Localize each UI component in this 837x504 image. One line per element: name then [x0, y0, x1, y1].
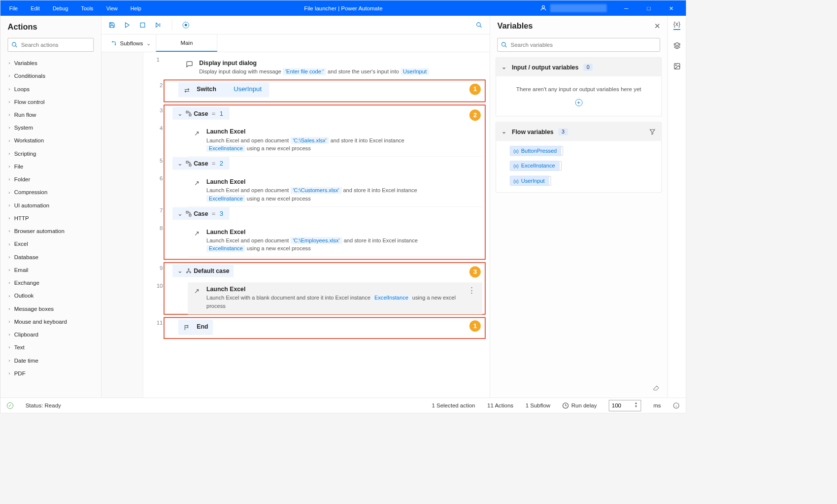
menu-edit[interactable]: Edit — [25, 2, 45, 13]
action-cat-folder[interactable]: ›Folder — [3, 173, 98, 186]
action-cat-mouse-keyboard[interactable]: ›Mouse and keyboard — [3, 315, 98, 328]
action-cat-browser-automation[interactable]: ›Browser automation — [3, 225, 98, 237]
step-10[interactable]: 10 ↗ Launch Excel Launch Excel with a bl… — [167, 282, 482, 311]
launch-icon: ↗ — [193, 229, 201, 237]
app-title: File launcher | Power Automate — [147, 5, 539, 11]
step-description: Launch Excel with a blank document and s… — [206, 294, 460, 310]
record-icon[interactable] — [183, 22, 189, 28]
action-cat-label: Run flow — [14, 111, 36, 118]
menu-view[interactable]: View — [100, 2, 123, 13]
close-button[interactable]: ✕ — [660, 0, 683, 16]
action-cat-label: Flow control — [14, 99, 45, 105]
info-icon[interactable] — [673, 402, 679, 408]
close-variables-icon[interactable]: ✕ — [654, 22, 660, 31]
rail-layers-icon[interactable] — [673, 42, 681, 50]
step-3[interactable]: 3 ⌄ Case =1 — [167, 107, 482, 124]
minimize-button[interactable]: ─ — [615, 0, 637, 16]
actions-search[interactable] — [8, 38, 94, 52]
action-cat-run-flow[interactable]: ›Run flow — [3, 108, 98, 121]
menu-help[interactable]: Help — [125, 2, 147, 13]
chevron-right-icon: › — [8, 306, 10, 311]
action-cat-http[interactable]: ›HTTP — [3, 212, 98, 225]
action-cat-pdf[interactable]: ›PDF — [3, 367, 98, 380]
svg-rect-11 — [186, 111, 188, 113]
step-5[interactable]: 5 ⌄ Case =2 — [167, 157, 482, 174]
step-6[interactable]: 6 ↗ Launch Excel Launch Excel and open d… — [167, 175, 482, 206]
action-cat-compression[interactable]: ›Compression — [3, 186, 98, 199]
io-variables-header[interactable]: ⌄ Input / output variables 0 — [496, 58, 661, 76]
more-icon[interactable]: ⋮ — [466, 286, 478, 295]
action-cat-conditionals[interactable]: ›Conditionals — [3, 69, 98, 82]
actions-search-input[interactable] — [21, 41, 92, 48]
add-variable-button[interactable]: + — [575, 99, 582, 106]
line-number: 6 — [151, 175, 163, 181]
step-7[interactable]: 7 ⌄ Case =3 — [167, 207, 482, 224]
action-cat-clipboard[interactable]: ›Clipboard — [3, 328, 98, 341]
flow-var-excelinstance[interactable]: (x)ExcelInstance — [510, 161, 560, 171]
collapse-icon[interactable]: ⌄ — [176, 160, 183, 168]
step-1[interactable]: 1 Display input dialog Display input dia… — [164, 56, 486, 79]
flow-variables-count: 3 — [559, 128, 568, 135]
search-icon[interactable] — [476, 22, 482, 28]
action-categories[interactable]: ›Variables ›Conditionals ›Loops ›Flow co… — [0, 57, 101, 398]
maximize-button[interactable]: □ — [637, 0, 660, 16]
variables-search-input[interactable] — [510, 41, 656, 48]
action-cat-variables[interactable]: ›Variables — [3, 57, 98, 69]
filter-icon[interactable] — [649, 129, 656, 135]
eraser-icon[interactable] — [645, 384, 667, 393]
step-icon[interactable] — [155, 22, 161, 28]
spinner-buttons[interactable]: ▲▼ — [635, 401, 640, 410]
launch-icon: ↗ — [193, 129, 201, 137]
menu-tools[interactable]: Tools — [75, 2, 99, 13]
action-cat-exchange[interactable]: ›Exchange — [3, 276, 98, 289]
flow-var-buttonpressed[interactable]: (x)ButtonPressed — [510, 146, 561, 156]
clock-icon — [563, 402, 569, 408]
action-cat-excel[interactable]: ›Excel — [3, 237, 98, 250]
action-cat-outlook[interactable]: ›Outlook — [3, 289, 98, 302]
action-cat-system[interactable]: ›System — [3, 121, 98, 134]
chevron-right-icon: › — [8, 86, 10, 92]
action-cat-text[interactable]: ›Text — [3, 341, 98, 354]
flow-var-userinput[interactable]: (x)UserInput — [510, 176, 549, 186]
subflows-label: Subflows — [120, 40, 143, 46]
tab-main[interactable]: Main — [156, 34, 217, 52]
action-cat-database[interactable]: ›Database — [3, 250, 98, 263]
flow-variables-header[interactable]: ⌄ Flow variables 3 — [496, 122, 661, 141]
chevron-right-icon: › — [8, 73, 10, 78]
stop-icon[interactable] — [139, 22, 146, 28]
variables-search[interactable] — [497, 38, 660, 52]
step-2[interactable]: 2 ⇄ Switch UserInput — [167, 82, 482, 99]
step-8[interactable]: 8 ↗ Launch Excel Launch Excel and open d… — [167, 225, 482, 257]
action-cat-date-time[interactable]: ›Date time — [3, 354, 98, 367]
action-cat-label: Scripting — [14, 150, 36, 157]
action-cat-email[interactable]: ›Email — [3, 264, 98, 276]
subflows-button[interactable]: Subflows ⌄ — [106, 34, 156, 52]
svg-point-1 — [12, 42, 16, 46]
action-cat-message-boxes[interactable]: ›Message boxes — [3, 302, 98, 315]
action-cat-workstation[interactable]: ›Workstation — [3, 134, 98, 147]
menu-file[interactable]: File — [3, 2, 23, 13]
flow-designer[interactable]: 1 Display input dialog Display input dia… — [101, 52, 490, 398]
action-cat-loops[interactable]: ›Loops — [3, 82, 98, 95]
menu-debug[interactable]: Debug — [47, 2, 73, 13]
collapse-icon[interactable]: ⌄ — [176, 267, 183, 275]
rail-variables-icon[interactable]: {x} — [673, 21, 680, 30]
chevron-right-icon: › — [8, 151, 10, 156]
action-cat-scripting[interactable]: ›Scripting — [3, 147, 98, 160]
play-icon[interactable] — [124, 22, 131, 28]
collapse-icon[interactable]: ⌄ — [176, 109, 183, 117]
collapse-icon[interactable]: ⌄ — [176, 210, 183, 218]
step-9[interactable]: 9 ⌄ Default case — [167, 265, 482, 281]
step-4[interactable]: 4 ↗ Launch Excel Launch Excel and open d… — [167, 125, 482, 156]
rail-images-icon[interactable] — [673, 63, 681, 71]
run-delay-input[interactable]: ▲▼ — [609, 400, 641, 411]
step-description: Display input dialog with message 'Enter… — [199, 68, 481, 76]
step-11[interactable]: 11 End — [167, 320, 482, 336]
action-cat-ui-automation[interactable]: ›UI automation — [3, 199, 98, 211]
action-cat-file[interactable]: ›File — [3, 160, 98, 173]
action-cat-flow-control[interactable]: ›Flow control — [3, 96, 98, 108]
chevron-right-icon: › — [8, 60, 10, 66]
svg-line-29 — [505, 46, 506, 47]
actions-panel: Actions ›Variables ›Conditionals ›Loops … — [0, 16, 101, 398]
save-icon[interactable] — [109, 22, 115, 28]
